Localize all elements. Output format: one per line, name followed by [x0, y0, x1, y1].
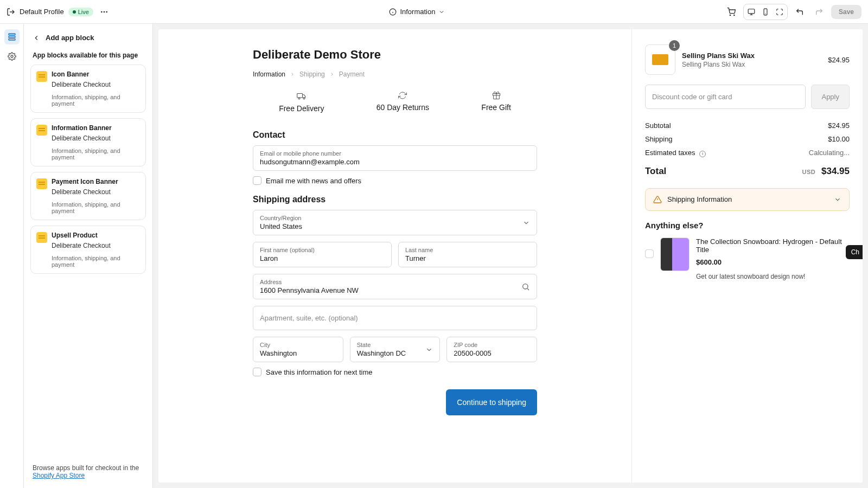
address-value: 1600 Pennsylvania Avenue NW — [260, 286, 530, 294]
svg-point-20 — [303, 98, 305, 99]
search-icon[interactable] — [521, 282, 530, 291]
fullscreen-icon[interactable] — [773, 5, 786, 18]
discount-row: Discount code or gift card Apply — [645, 85, 850, 109]
profile-label: Default Profile — [20, 8, 64, 16]
email-label: Email or mobile phone number — [260, 150, 530, 157]
continue-button[interactable]: Continue to shipping — [446, 389, 537, 415]
app-block-thumb-icon — [36, 71, 47, 82]
city-label: City — [260, 342, 336, 348]
upsell-thumbnail — [660, 237, 690, 271]
apartment-field[interactable]: Apartment, suite, etc. (optional) — [253, 306, 537, 330]
page-selector-label: Information — [400, 8, 435, 16]
last-name-field[interactable]: Last name Turner — [398, 242, 537, 267]
back-icon[interactable] — [33, 34, 40, 42]
preview-wrap: Deliberate Demo Store Information Shippi… — [153, 24, 868, 488]
breadcrumb: Information Shipping Payment — [253, 70, 537, 78]
svg-rect-16 — [9, 38, 15, 40]
desktop-icon[interactable] — [745, 5, 758, 18]
app-block-thumb-icon — [36, 125, 47, 136]
item-thumb-wrap: 1 — [645, 44, 675, 75]
mobile-icon[interactable] — [759, 5, 772, 18]
shipping-info-alert[interactable]: Shipping Information — [645, 188, 850, 211]
upsell-price: $600.00 — [696, 258, 850, 266]
apply-button[interactable]: Apply — [811, 85, 850, 109]
truck-icon — [297, 91, 307, 101]
zip-field[interactable]: ZIP code 20500-0005 — [446, 337, 537, 362]
tax-label: Estimated taxes — [645, 149, 695, 157]
app-block-context: Information, shipping, and payment — [52, 255, 140, 268]
sidebar-title: Add app block — [46, 34, 94, 42]
promo-row: Free Delivery 60 Day Returns Free Gift — [253, 88, 537, 124]
shipping-value: $10.00 — [828, 135, 850, 143]
chevron-down-icon — [522, 219, 530, 227]
save-button[interactable]: Save — [831, 5, 861, 19]
save-info-row[interactable]: Save this information for next time — [253, 362, 537, 380]
upsell-checkbox[interactable] — [645, 249, 654, 258]
zip-value: 20500-0005 — [454, 349, 530, 357]
chevron-down-icon — [834, 196, 841, 203]
preview-page: Deliberate Demo Store Information Shippi… — [158, 29, 863, 483]
app-block-title: Icon Banner — [52, 70, 140, 78]
discount-input[interactable]: Discount code or gift card — [645, 85, 806, 109]
svg-rect-9 — [748, 9, 755, 13]
city-field[interactable]: City Washington — [253, 337, 343, 362]
state-field[interactable]: State Washington DC — [350, 337, 441, 362]
country-value: United States — [260, 222, 530, 230]
exit-icon[interactable] — [7, 8, 15, 16]
floating-chat-tag[interactable]: Ch — [846, 245, 863, 259]
checkbox-icon[interactable] — [253, 176, 261, 185]
save-info-label: Save this information for next time — [266, 368, 373, 376]
first-name-field[interactable]: First name (optional) Laron — [253, 242, 392, 267]
alert-title: Shipping Information — [667, 195, 828, 203]
item-subtitle: Selling Plans Ski Wax — [682, 61, 821, 68]
country-field[interactable]: Country/Region United States — [253, 210, 537, 235]
cart-line-item: 1 Selling Plans Ski Wax Selling Plans Sk… — [645, 44, 850, 75]
address-field[interactable]: Address 1600 Pennsylvania Avenue NW — [253, 274, 537, 299]
upsell-item: The Collection Snowboard: Hydrogen - Def… — [645, 237, 850, 280]
device-switcher — [743, 4, 788, 20]
quantity-badge: 1 — [669, 40, 680, 51]
app-block-context: Information, shipping, and payment — [52, 147, 140, 160]
email-opt-row[interactable]: Email me with news and offers — [253, 171, 537, 188]
svg-point-23 — [523, 284, 528, 288]
app-block-thumb-icon — [36, 232, 47, 243]
apartment-placeholder: Apartment, suite, etc. (optional) — [260, 314, 530, 322]
app-store-link[interactable]: Shopify App Store — [33, 472, 85, 479]
more-menu-button[interactable] — [98, 5, 111, 18]
email-field[interactable]: Email or mobile phone number hudsongutma… — [253, 145, 537, 171]
info-icon[interactable]: i — [699, 151, 706, 157]
svg-rect-14 — [9, 34, 15, 35]
app-block-context: Information, shipping, and payment — [52, 201, 140, 214]
settings-icon[interactable] — [4, 49, 20, 64]
order-summary: 1 Selling Plans Ski Wax Selling Plans Sk… — [632, 29, 863, 483]
svg-point-2 — [104, 11, 105, 12]
svg-point-8 — [734, 15, 735, 15]
email-opt-label: Email me with news and offers — [266, 177, 361, 185]
checkbox-icon[interactable] — [253, 368, 261, 376]
promo-label: Free Delivery — [279, 104, 324, 113]
sidebar: Add app block App blocks available for t… — [24, 24, 153, 488]
svg-line-24 — [527, 288, 529, 290]
app-block-icon-banner[interactable]: Icon Banner Deliberate Checkout Informat… — [30, 65, 146, 113]
undo-icon[interactable] — [792, 4, 807, 20]
first-name-label: First name (optional) — [260, 247, 385, 253]
topbar-center: Information — [116, 8, 718, 16]
app-block-title: Upsell Product — [52, 232, 140, 239]
cart-icon[interactable] — [724, 4, 739, 20]
app-block-information-banner[interactable]: Information Banner Deliberate Checkout I… — [30, 118, 146, 166]
app-block-title: Information Banner — [52, 124, 140, 132]
app-block-upsell-product[interactable]: Upsell Product Deliberate Checkout Infor… — [30, 226, 146, 274]
breadcrumb-payment: Payment — [339, 70, 365, 78]
svg-rect-18 — [297, 94, 303, 98]
app-block-payment-icon-banner[interactable]: Payment Icon Banner Deliberate Checkout … — [30, 172, 146, 220]
app-block-sub: Deliberate Checkout — [52, 242, 140, 249]
page-selector[interactable]: Information — [400, 8, 445, 16]
live-badge: Live — [68, 8, 93, 16]
sidebar-header: Add app block — [30, 30, 146, 49]
app-block-thumb-icon — [36, 178, 47, 189]
topbar-left: Default Profile Live — [7, 5, 111, 18]
redo-icon[interactable] — [812, 4, 827, 20]
breadcrumb-information[interactable]: Information — [253, 70, 285, 78]
sections-icon[interactable] — [4, 29, 20, 44]
svg-point-3 — [106, 11, 107, 12]
